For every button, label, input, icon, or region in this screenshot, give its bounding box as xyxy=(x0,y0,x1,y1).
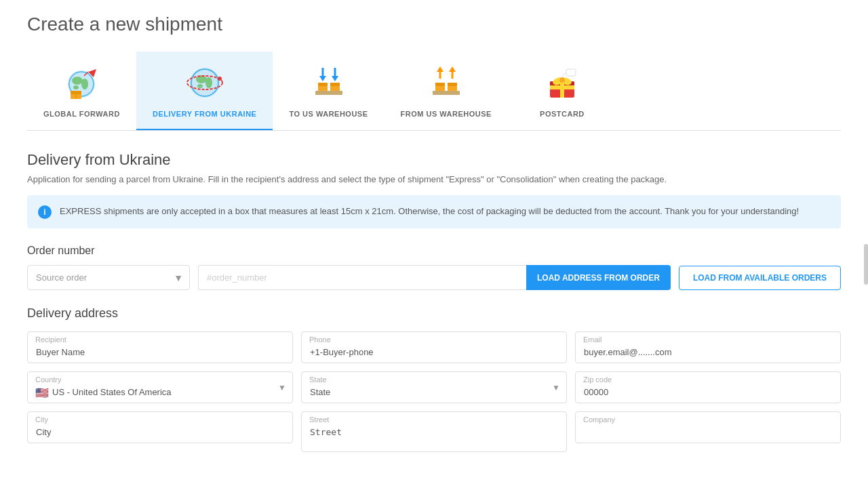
svg-rect-25 xyxy=(433,91,460,95)
order-number-row: Source order ▼ LOAD ADDRESS FROM ORDER L… xyxy=(27,265,841,290)
delivery-ukraine-icon xyxy=(184,62,225,103)
info-icon: i xyxy=(38,205,52,219)
shipment-type-tabs: GLOBAL FORWARD DELIVERY FROM UKRAINE xyxy=(27,52,841,131)
tab-to-us-warehouse-label: TO US WAREHOUSE xyxy=(289,110,368,118)
svg-point-13 xyxy=(197,84,203,88)
svg-rect-29 xyxy=(448,83,457,86)
tab-to-us-warehouse[interactable]: TO US WAREHOUSE xyxy=(273,52,384,130)
zip-field: Zip code xyxy=(575,371,841,403)
order-number-section: Order number Source order ▼ LOAD ADDRESS… xyxy=(27,245,841,290)
country-select[interactable]: US - United States Of America xyxy=(27,371,293,403)
state-field: State State ▼ xyxy=(301,371,567,403)
global-forward-icon xyxy=(61,62,102,103)
tab-global-forward[interactable]: GLOBAL FORWARD xyxy=(27,52,136,130)
street-textarea[interactable]: Street xyxy=(301,411,567,452)
svg-point-15 xyxy=(218,77,222,81)
svg-marker-31 xyxy=(437,66,443,72)
svg-rect-16 xyxy=(315,91,342,95)
state-select[interactable]: State xyxy=(301,371,567,403)
load-address-button[interactable]: LOAD ADDRESS FROM ORDER xyxy=(526,265,671,290)
recipient-field: Recipient xyxy=(27,331,293,363)
delivery-address-section: Delivery address Recipient Phone Email xyxy=(27,306,841,454)
svg-point-4 xyxy=(73,85,79,89)
tab-from-us-warehouse-label: FROM US WAREHOUSE xyxy=(401,110,492,118)
info-banner: i EXPRESS shipments are only accepted in… xyxy=(27,195,841,228)
tab-delivery-ukraine-label: DELIVERY FROM UKRAINE xyxy=(153,110,257,118)
delivery-section-title: Delivery from Ukraine xyxy=(27,151,841,169)
svg-point-3 xyxy=(81,79,88,89)
load-available-orders-button[interactable]: LOAD FROM AVAILABLE ORDERS xyxy=(679,266,841,290)
address-row-2: Country 🇺🇸 US - United States Of America… xyxy=(27,371,841,403)
svg-marker-33 xyxy=(449,66,456,72)
svg-marker-22 xyxy=(319,76,326,81)
company-field: Company xyxy=(575,411,841,454)
scrollbar[interactable] xyxy=(864,244,868,285)
delivery-section: Delivery from Ukraine Application for se… xyxy=(27,151,841,454)
svg-rect-18 xyxy=(318,83,328,86)
order-number-input[interactable] xyxy=(198,265,526,290)
tab-postcard[interactable]: POSTCARD xyxy=(508,52,616,130)
city-field: City xyxy=(27,411,293,454)
svg-point-12 xyxy=(205,77,212,88)
phone-input[interactable] xyxy=(301,331,567,363)
source-order-select[interactable]: Source order xyxy=(27,265,190,290)
source-order-field: Source order ▼ xyxy=(27,265,190,290)
svg-point-2 xyxy=(72,77,83,85)
address-row-3: City Street Street Company xyxy=(27,411,841,454)
postcard-icon xyxy=(542,62,583,103)
email-field: Email xyxy=(575,331,841,363)
tab-delivery-ukraine[interactable]: DELIVERY FROM UKRAINE xyxy=(136,52,273,130)
info-banner-text: EXPRESS shipments are only accepted in a… xyxy=(60,205,799,218)
svg-point-11 xyxy=(196,75,207,83)
svg-line-42 xyxy=(562,73,566,76)
company-input[interactable] xyxy=(575,411,841,443)
page-title: Create a new shipment xyxy=(27,14,841,35)
from-warehouse-icon xyxy=(426,62,467,103)
svg-rect-41 xyxy=(566,69,576,76)
svg-point-9 xyxy=(190,68,220,98)
svg-point-40 xyxy=(559,77,565,83)
svg-rect-37 xyxy=(550,85,574,89)
order-number-label: Order number xyxy=(27,245,841,257)
tab-from-us-warehouse[interactable]: FROM US WAREHOUSE xyxy=(384,52,508,130)
recipient-input[interactable] xyxy=(27,331,293,363)
svg-rect-20 xyxy=(330,83,340,86)
country-field: Country 🇺🇸 US - United States Of America… xyxy=(27,371,293,403)
svg-rect-27 xyxy=(435,83,445,86)
order-input-group: LOAD ADDRESS FROM ORDER xyxy=(198,265,671,290)
city-input[interactable] xyxy=(27,411,293,443)
phone-field: Phone xyxy=(301,331,567,363)
delivery-address-label: Delivery address xyxy=(27,306,841,321)
address-row-1: Recipient Phone Email xyxy=(27,331,841,363)
delivery-section-desc: Application for sending a parcel from Uk… xyxy=(27,174,841,184)
tab-postcard-label: POSTCARD xyxy=(540,110,585,118)
zip-input[interactable] xyxy=(575,371,841,403)
street-field: Street Street xyxy=(301,411,567,454)
email-input[interactable] xyxy=(575,331,841,363)
to-warehouse-icon xyxy=(309,62,349,103)
svg-marker-24 xyxy=(332,76,338,81)
tab-global-forward-label: GLOBAL FORWARD xyxy=(43,110,120,118)
